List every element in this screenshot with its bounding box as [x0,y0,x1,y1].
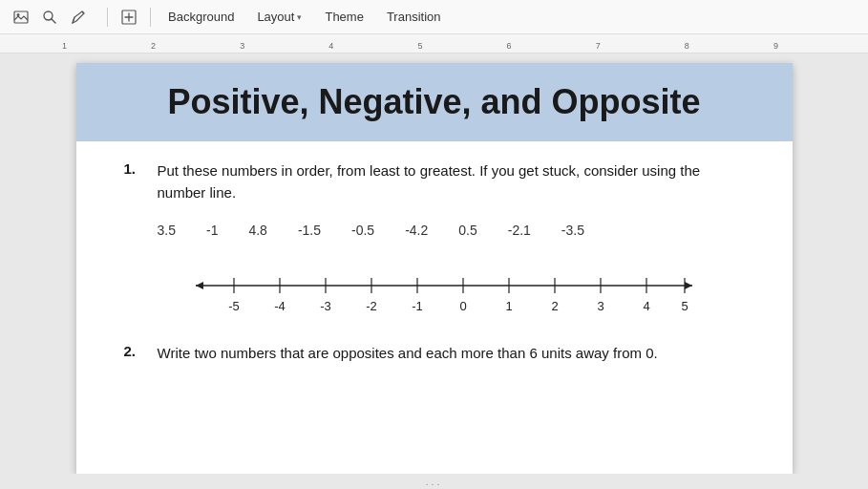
theme-button[interactable]: Theme [315,4,372,31]
num-5: -0.5 [351,223,374,238]
num-4: -1.5 [298,223,321,238]
numbers-row: 3.5 -1 4.8 -1.5 -0.5 -4.2 0.5 -2.1 -3.5 [158,223,745,238]
num-1: 3.5 [158,223,176,238]
search-icon-button[interactable] [36,4,63,31]
slide-content: 1. Put these numbers in order, from leas… [76,141,793,403]
svg-text:0: 0 [459,299,466,313]
number-line-container: -5 -4 -3 -2 -1 0 [158,257,730,324]
background-button[interactable]: Background [159,4,243,31]
slide-title: Positive, Negative, and Opposite [115,82,754,122]
slide: Positive, Negative, and Opposite 1. Put … [76,63,793,474]
svg-text:-3: -3 [320,299,331,313]
num-7: 0.5 [458,223,476,238]
svg-rect-0 [14,11,28,23]
svg-text:4: 4 [643,299,649,313]
toolbar-divider-1 [107,8,108,27]
question-1-text: Put these numbers in order, from least t… [158,160,745,203]
bottom-strip: ... [0,474,868,489]
question-2-number: 2. [124,343,158,365]
svg-text:1: 1 [505,299,512,313]
ruler-labels: 1 2 3 4 5 6 7 8 9 [62,41,778,53]
ruler-ticks: 1 2 3 4 5 6 7 8 9 [62,34,778,53]
num-2: -1 [206,223,218,238]
question-2-text: Write two numbers that are opposites and… [158,343,658,365]
num-8: -2.1 [508,223,531,238]
transition-button[interactable]: Transition [377,4,451,31]
svg-text:-5: -5 [228,299,240,313]
svg-text:-1: -1 [412,299,423,313]
toolbar-icon-group [8,4,92,31]
svg-text:-4: -4 [274,299,286,313]
toolbar-divider-2 [150,8,151,27]
slide-header: Positive, Negative, and Opposite [76,63,793,141]
bottom-dots: ... [426,477,442,487]
layout-button[interactable]: Layout ▾ [247,4,311,31]
svg-marker-6 [685,282,692,289]
ruler: 1 2 3 4 5 6 7 8 9 [0,34,868,53]
svg-marker-5 [196,282,203,289]
num-6: -4.2 [405,223,428,238]
svg-text:2: 2 [551,299,558,313]
num-9: -3.5 [561,223,584,238]
layout-label: Layout [257,10,294,24]
canvas-area: Positive, Negative, and Opposite 1. Put … [0,53,868,474]
question-1: 1. Put these numbers in order, from leas… [124,160,745,203]
num-3: 4.8 [248,223,266,238]
svg-text:3: 3 [597,299,603,313]
svg-text:5: 5 [681,299,688,313]
layout-chevron-icon: ▾ [297,12,302,22]
number-line-svg: -5 -4 -3 -2 -1 0 [177,257,711,324]
question-2: 2. Write two numbers that are opposites … [124,343,745,365]
draw-icon-button[interactable] [65,4,92,31]
image-icon-button[interactable] [8,4,34,31]
toolbar: Background Layout ▾ Theme Transition [0,0,868,34]
add-box-icon-button[interactable] [116,4,142,31]
question-1-number: 1. [124,160,158,203]
svg-text:-2: -2 [366,299,377,313]
